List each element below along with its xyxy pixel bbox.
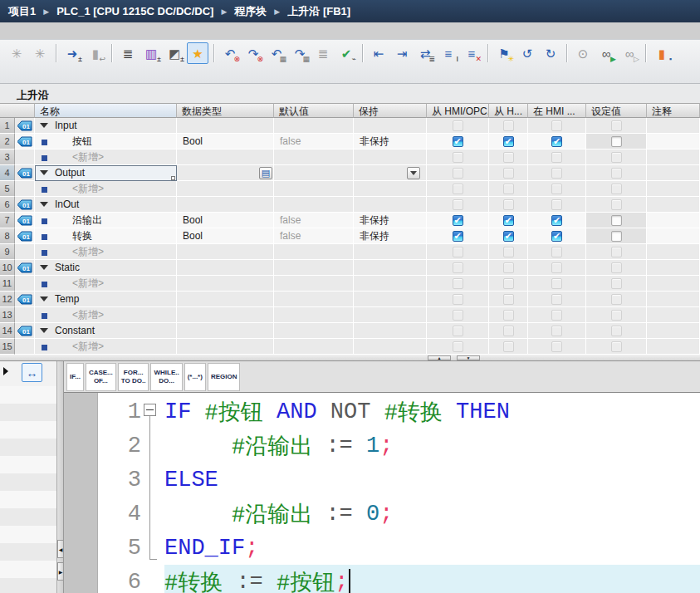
row-number[interactable]: 6 bbox=[0, 197, 15, 213]
expand-triangle-icon[interactable] bbox=[40, 170, 48, 175]
column-header-3[interactable]: 默认值 bbox=[274, 103, 354, 118]
line-structure-button[interactable]: ≡I bbox=[438, 42, 459, 64]
retain-cell[interactable] bbox=[354, 323, 427, 339]
expand-triangle-icon[interactable] bbox=[40, 296, 48, 301]
add-new-placeholder[interactable]: <新增> bbox=[72, 150, 104, 164]
row-number[interactable]: 7 bbox=[0, 213, 15, 228]
datatype-cell[interactable] bbox=[177, 339, 274, 355]
retain-cell[interactable] bbox=[354, 307, 427, 323]
default-value-cell[interactable] bbox=[274, 118, 354, 134]
snippet-if[interactable]: IF... bbox=[66, 363, 84, 391]
open-call-button[interactable]: ➜± bbox=[61, 42, 83, 64]
datatype-cell[interactable] bbox=[177, 181, 274, 197]
retain-cell[interactable] bbox=[354, 339, 427, 355]
retain-combo-button[interactable] bbox=[407, 167, 420, 179]
name-cell[interactable]: <新增> bbox=[35, 276, 177, 292]
comment-cell[interactable] bbox=[647, 118, 700, 134]
retain-cell[interactable] bbox=[354, 165, 427, 181]
datatype-browse-button[interactable]: ▤ bbox=[259, 167, 272, 179]
expand-panel-icon[interactable] bbox=[3, 367, 8, 375]
format-code-button[interactable]: ⇄≣ bbox=[414, 42, 436, 64]
snippet-region[interactable]: REGION bbox=[208, 363, 241, 391]
checkbox-checked[interactable] bbox=[503, 215, 514, 226]
selection-handle[interactable] bbox=[171, 176, 175, 180]
comment-cell[interactable] bbox=[647, 260, 700, 276]
outdent-button[interactable]: ⇤ bbox=[368, 42, 389, 64]
vertical-splitter[interactable]: ◀ ▶ bbox=[56, 361, 64, 593]
checkbox-checked[interactable] bbox=[551, 215, 562, 226]
retain-cell[interactable]: 非保持 bbox=[354, 134, 427, 149]
name-cell[interactable]: Temp bbox=[35, 292, 177, 307]
default-value-cell[interactable]: false bbox=[274, 228, 354, 244]
row-number[interactable]: 14 bbox=[0, 323, 15, 339]
insert-network-button[interactable]: ✳ bbox=[6, 42, 27, 64]
default-value-cell[interactable]: false bbox=[274, 213, 354, 228]
compile-button[interactable]: ✔⌁ bbox=[335, 42, 357, 64]
default-value-cell[interactable] bbox=[274, 197, 354, 213]
default-value-cell[interactable] bbox=[274, 181, 354, 197]
datatype-cell[interactable]: Bool bbox=[177, 228, 274, 244]
retain-cell[interactable] bbox=[354, 197, 427, 213]
undo-change-button[interactable]: ↶⊗ bbox=[219, 42, 241, 64]
snippet-case[interactable]: CASE... OF... bbox=[86, 363, 116, 391]
row-number[interactable]: 12 bbox=[0, 292, 15, 307]
column-header-1[interactable]: 名称 bbox=[35, 103, 177, 118]
name-cell[interactable]: <新增> bbox=[35, 149, 177, 165]
comment-cell[interactable] bbox=[647, 165, 700, 181]
row-number[interactable]: 15 bbox=[0, 339, 15, 355]
column-header-6[interactable]: 从 H... bbox=[489, 103, 528, 118]
checkbox-checked[interactable] bbox=[453, 136, 463, 147]
column-header-4[interactable]: 保持 bbox=[354, 103, 427, 118]
comment-cell[interactable] bbox=[647, 292, 700, 307]
comment-cell[interactable] bbox=[647, 197, 700, 213]
retain-cell[interactable] bbox=[354, 260, 427, 276]
column-header-7[interactable]: 在 HMI ... bbox=[528, 103, 586, 118]
checkbox-checked[interactable] bbox=[551, 231, 562, 242]
datatype-cell[interactable] bbox=[177, 197, 274, 213]
breadcrumb-item[interactable]: PLC_1 [CPU 1215C DC/DC/DC] bbox=[56, 5, 213, 17]
add-new-placeholder[interactable]: <新增> bbox=[72, 277, 104, 291]
retain-cell[interactable]: 非保持 bbox=[354, 213, 427, 228]
row-number[interactable]: 8 bbox=[0, 228, 15, 244]
name-cell[interactable]: Input bbox=[35, 118, 177, 134]
row-number[interactable]: 10 bbox=[0, 260, 15, 276]
add-new-placeholder[interactable]: <新增> bbox=[72, 308, 104, 322]
code-line-5[interactable]: 5END_IF; bbox=[98, 531, 700, 565]
breadcrumb-item[interactable]: 项目1 bbox=[8, 4, 36, 19]
snippet-while[interactable]: WHILE.. DO... bbox=[150, 363, 182, 391]
row-number[interactable]: 2 bbox=[0, 134, 15, 149]
checkbox-checked[interactable] bbox=[453, 215, 463, 226]
code-line-4[interactable]: 4 #沿输出 := 0; bbox=[98, 497, 700, 531]
expand-triangle-icon[interactable] bbox=[40, 328, 48, 333]
splitter-up-button[interactable]: ▲ bbox=[428, 355, 451, 360]
row-number[interactable]: 9 bbox=[0, 244, 15, 260]
bookmark-next-button[interactable]: ↻ bbox=[540, 42, 561, 64]
retain-cell[interactable] bbox=[354, 118, 427, 134]
default-value-cell[interactable] bbox=[274, 323, 354, 339]
snippet-for[interactable]: FOR... TO DO.. bbox=[118, 363, 149, 391]
comment-cell[interactable] bbox=[647, 181, 700, 197]
code-line-1[interactable]: 1IF #按钮 AND NOT #转换 THEN bbox=[98, 395, 700, 429]
column-header-8[interactable]: 设定值 bbox=[586, 103, 647, 118]
checkbox-unchecked[interactable] bbox=[611, 136, 622, 147]
rename-tag-button[interactable]: ◩± bbox=[164, 42, 185, 64]
checkbox-unchecked[interactable] bbox=[611, 231, 622, 242]
add-new-placeholder[interactable]: <新增> bbox=[72, 340, 104, 354]
datatype-cell[interactable] bbox=[177, 292, 274, 307]
name-cell[interactable]: Static bbox=[35, 260, 177, 276]
snapshot-upload-button[interactable]: ↶▦ bbox=[266, 42, 287, 64]
datatype-cell[interactable] bbox=[177, 260, 274, 276]
collapse-left-button[interactable]: ◀ bbox=[57, 540, 64, 558]
snippet-comment[interactable]: (*...*) bbox=[184, 363, 206, 391]
code-line-2[interactable]: 2 #沿输出 := 1; bbox=[98, 429, 700, 463]
retain-cell[interactable] bbox=[354, 276, 427, 292]
collapse-right-button[interactable]: ▶ bbox=[57, 562, 64, 581]
add-row-button[interactable]: ✳ bbox=[29, 42, 51, 64]
retain-cell[interactable] bbox=[354, 292, 427, 307]
variable-name[interactable]: 转换 bbox=[72, 229, 92, 243]
column-header-5[interactable]: 从 HMI/OPC.. bbox=[427, 103, 489, 118]
name-cell[interactable]: <新增> bbox=[35, 339, 177, 355]
column-header-2[interactable]: 数据类型 bbox=[177, 103, 274, 118]
name-cell[interactable]: <新增> bbox=[35, 307, 177, 323]
code-area[interactable]: 1IF #按钮 AND NOT #转换 THEN2 #沿输出 := 1;3ELS… bbox=[64, 393, 700, 593]
